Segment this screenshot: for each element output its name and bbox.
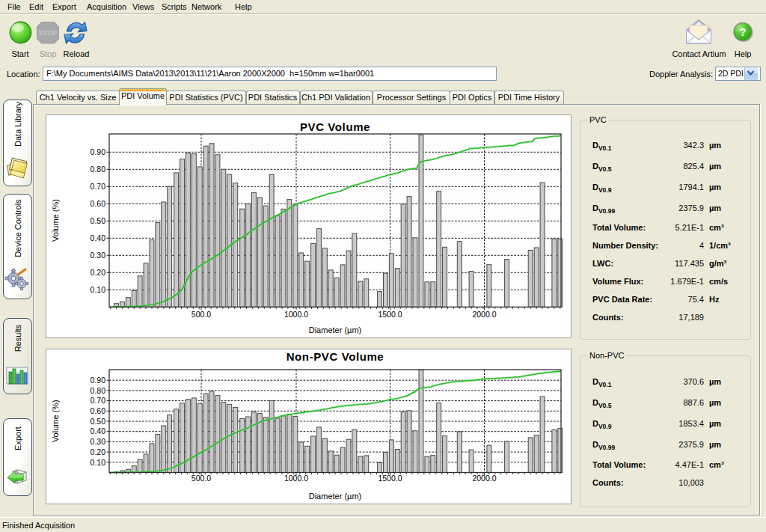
svg-text:500.0: 500.0: [192, 474, 211, 483]
svg-text:Non-PVC Volume: Non-PVC Volume: [287, 350, 384, 363]
svg-text:0.10: 0.10: [91, 285, 106, 294]
svg-text:Volume (%): Volume (%): [51, 199, 60, 242]
svg-text:0.80: 0.80: [91, 165, 106, 174]
svg-text:?: ?: [739, 25, 746, 38]
svg-text:1500.0: 1500.0: [378, 474, 402, 483]
svg-text:PVC Volume: PVC Volume: [300, 120, 370, 133]
svg-text:STOP: STOP: [39, 29, 57, 37]
svg-text:0.60: 0.60: [91, 199, 106, 208]
svg-text:Volume (%): Volume (%): [51, 400, 60, 442]
svg-text:1500.0: 1500.0: [378, 310, 402, 319]
svg-text:2000.0: 2000.0: [472, 474, 496, 483]
svg-text:0.90: 0.90: [91, 376, 106, 385]
svg-text:0.50: 0.50: [91, 216, 106, 225]
svg-text:0.70: 0.70: [91, 396, 106, 405]
svg-text:0.50: 0.50: [91, 417, 106, 426]
svg-text:500.0: 500.0: [192, 310, 211, 319]
svg-text:1000.0: 1000.0: [284, 474, 308, 483]
svg-text:0.40: 0.40: [91, 426, 106, 435]
svg-text:0.60: 0.60: [91, 406, 106, 415]
svg-text:1000.0: 1000.0: [284, 310, 308, 319]
svg-text:Diameter (µm): Diameter (µm): [309, 492, 362, 501]
svg-text:2000.0: 2000.0: [472, 310, 496, 319]
svg-text:0.30: 0.30: [91, 437, 106, 446]
svg-text:0.80: 0.80: [91, 386, 106, 395]
svg-text:0.10: 0.10: [91, 458, 106, 467]
svg-text:0.30: 0.30: [91, 251, 106, 260]
svg-text:0.20: 0.20: [91, 268, 106, 277]
svg-text:0.20: 0.20: [91, 447, 106, 456]
svg-text:0.40: 0.40: [91, 233, 106, 242]
svg-text:Diameter (µm): Diameter (µm): [309, 325, 362, 334]
svg-text:0.90: 0.90: [91, 147, 106, 156]
svg-text:0.70: 0.70: [91, 182, 106, 191]
